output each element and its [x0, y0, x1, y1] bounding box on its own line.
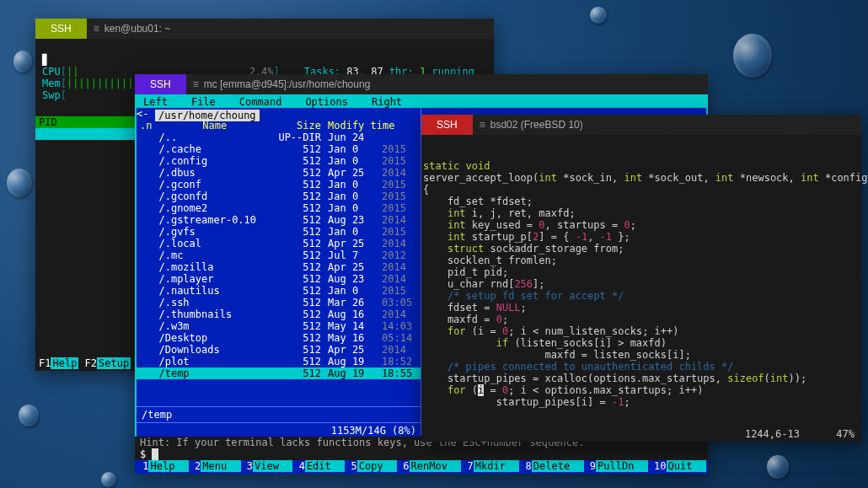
titlebar[interactable]: SSH ≡ bsd02 (FreeBSD 10)	[421, 115, 861, 135]
file-row[interactable]: /.gnome2512Jan 02015	[137, 202, 421, 214]
titlebar[interactable]: SSH ≡ ken@ubu01: ~	[35, 19, 494, 39]
code-line: {	[423, 184, 860, 196]
file-row[interactable]: /.dbus512Apr 252014	[137, 167, 421, 179]
menu-command[interactable]: Command	[228, 96, 294, 108]
n-col: .n	[137, 120, 155, 131]
file-row[interactable]: /plot512Aug 1918:52	[137, 356, 421, 367]
cursor-block: ▊	[42, 54, 48, 66]
code-line: for (i = 0; i < options.max_startups; i+…	[423, 384, 860, 396]
titlebar[interactable]: SSH ≡ mc [emma@d945]:/usr/home/choung	[135, 74, 708, 94]
menu-file[interactable]: File	[179, 96, 228, 108]
code-line: if (listen_socks[i] > maxfd)	[423, 337, 860, 349]
bsd-window[interactable]: SSH ≡ bsd02 (FreeBSD 10) static voidserv…	[421, 115, 861, 442]
mtime-header[interactable]: Modify time	[324, 120, 421, 131]
disk-usage-left: 1153M/14G (8%)	[137, 425, 421, 437]
file-row[interactable]: /.gconfd512Jan 02015	[137, 190, 421, 202]
name-header[interactable]: Name	[155, 120, 274, 131]
ssh-badge: SSH	[421, 115, 473, 135]
file-row[interactable]: /.gconf512Jan 02015	[137, 179, 421, 190]
fn-view[interactable]: View	[253, 460, 292, 472]
mc-menu[interactable]: LeftFileCommandOptionsRight	[137, 96, 706, 108]
file-row[interactable]: /.ssh512Mar 2603:05	[137, 297, 421, 308]
menu-right[interactable]: Right	[360, 96, 414, 108]
code-line: startup_pipes[i] = -1;	[423, 396, 860, 408]
menu-options[interactable]: Options	[293, 96, 360, 108]
path-box: /usr/home/choung	[155, 110, 260, 121]
code-line: fd_set *fdset;	[423, 196, 860, 207]
code-line: struct sockaddr_storage from;	[423, 243, 860, 255]
code-line: maxfd = listen_socks[i];	[423, 349, 860, 361]
fn-pulldn[interactable]: PullDn	[596, 460, 648, 472]
code-line: socklen_t fromlen;	[423, 255, 860, 266]
hamburger-icon[interactable]: ≡	[94, 23, 98, 35]
htop-fn-bar[interactable]: F1Help F2Setup F3	[39, 346, 149, 369]
file-row[interactable]: /.w3m512May 1414:03	[137, 320, 421, 332]
code-line: int key_used = 0, startups = 0;	[423, 219, 860, 231]
code-view[interactable]: static voidserver_accept_loop(int *sock_…	[421, 135, 861, 442]
code-line: for (i = 0; i < num_listen_socks; i++)	[423, 325, 860, 337]
window-title: bsd02 (FreeBSD 10)	[490, 119, 583, 131]
code-line: /* pipes connected to unauthenticated ch…	[423, 361, 860, 373]
vim-status: 1244,6-13 47%	[745, 428, 855, 440]
fn-help[interactable]: Help	[51, 357, 78, 369]
fn-quit[interactable]: Quit	[667, 460, 706, 472]
file-row[interactable]: /.nautilus512Jan 02015	[137, 285, 421, 297]
mem-label: Mem	[42, 78, 61, 89]
window-title: mc [emma@d945]:/usr/home/choung	[204, 78, 371, 90]
file-list-left[interactable]: .n Name Size Modify time /..UP--DIRJun 2…	[137, 120, 421, 379]
file-row[interactable]: /.mplayer512Aug 232014	[137, 273, 421, 285]
fn-help[interactable]: Help	[148, 460, 188, 472]
fn-mkdir[interactable]: Mkdir	[474, 460, 520, 472]
menu-left[interactable]: Left	[140, 96, 179, 108]
file-row[interactable]: /temp512Aug 1918:55	[137, 367, 421, 379]
file-row[interactable]: /.gvfs512Jan 02015	[137, 226, 421, 238]
cpu-label: CPU	[42, 66, 61, 78]
file-row[interactable]: /.local512Apr 252014	[137, 238, 421, 249]
ssh-badge: SSH	[35, 19, 87, 39]
code-line: maxfd = 0;	[423, 314, 860, 325]
swp-label: Swp	[42, 89, 61, 101]
hamburger-icon[interactable]: ≡	[193, 78, 197, 90]
code-line: startup_pipes = xcalloc(options.max_star…	[423, 373, 860, 384]
fn-delete[interactable]: Delete	[532, 460, 584, 472]
ssh-badge: SSH	[135, 74, 186, 94]
fn-menu[interactable]: Menu	[201, 460, 240, 472]
file-row[interactable]: /.mozilla512Apr 252014	[137, 261, 421, 273]
code-line: u_char rnd[256];	[423, 278, 860, 290]
code-line: server_accept_loop(int *sock_in, int *so…	[423, 172, 860, 184]
file-row[interactable]: /.mc512Jul 72012	[137, 249, 421, 261]
file-row[interactable]: /..UP--DIRJun 24	[137, 131, 421, 143]
file-row[interactable]: /.cache512Jan 02015	[137, 143, 421, 155]
code-line: /* setup fd set for accept */	[423, 290, 860, 302]
hamburger-icon[interactable]: ≡	[480, 119, 484, 131]
size-header[interactable]: Size	[274, 120, 324, 131]
window-title: ken@ubu01: ~	[104, 23, 171, 35]
code-line: pid_t pid;	[423, 266, 860, 278]
fn-copy[interactable]: Copy	[357, 460, 397, 472]
selection-name: /temp	[137, 409, 421, 421]
fn-setup[interactable]: Setup	[97, 357, 131, 369]
fn-edit[interactable]: Edit	[305, 460, 345, 472]
shell-prompt[interactable]: $	[135, 448, 708, 460]
file-row[interactable]: /Downloads512Apr 252014	[137, 344, 421, 356]
code-line: int startup_p[2] = { -1, -1 };	[423, 231, 860, 243]
file-row[interactable]: /.config512Jan 02015	[137, 155, 421, 167]
code-line: static void	[423, 160, 860, 172]
file-row[interactable]: /.thumbnails512Aug 162014	[137, 308, 421, 320]
file-row[interactable]: /Desktop512May 1605:14	[137, 332, 421, 344]
code-line: int i, j, ret, maxfd;	[423, 207, 860, 219]
file-row[interactable]: /.gstreamer-0.10512Aug 232014	[137, 214, 421, 226]
code-line: fdset = NULL;	[423, 302, 860, 314]
fn-renmov[interactable]: RenMov	[410, 460, 462, 472]
mc-fn-bar[interactable]: 1Help 2Menu 3View 4Edit 5Copy 6RenMov 7M…	[135, 460, 708, 472]
